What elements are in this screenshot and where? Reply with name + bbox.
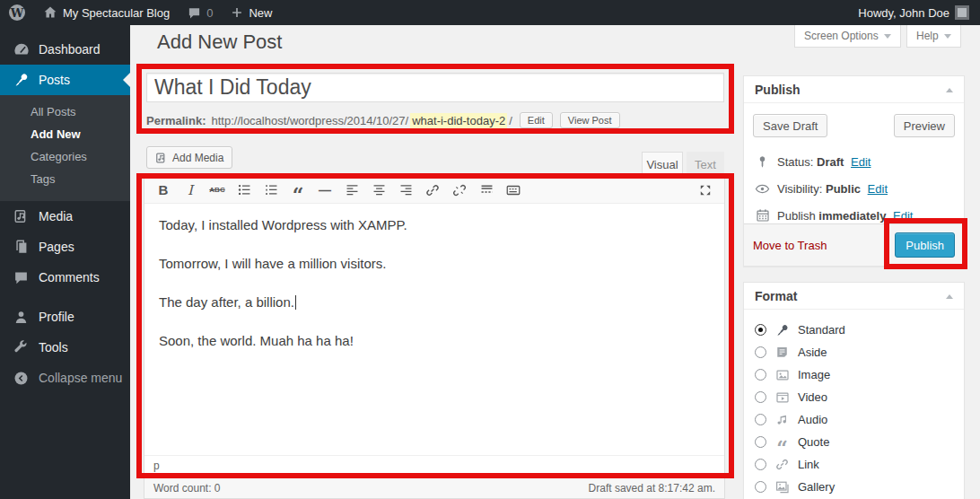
editor-paragraph: The day after, a billion. <box>159 293 710 311</box>
fullscreen-icon <box>698 183 713 197</box>
sidebar-item-media[interactable]: Media <box>0 201 130 232</box>
format-box-header[interactable]: Format <box>744 283 964 310</box>
insert-more-tag-button[interactable] <box>475 179 498 201</box>
chevron-down-icon <box>944 34 951 42</box>
horizontal-rule-button[interactable]: — <box>313 179 337 201</box>
tab-visual[interactable]: Visual <box>642 152 683 176</box>
collapse-toggle-icon[interactable] <box>946 291 953 299</box>
insert-link-button[interactable] <box>421 179 444 201</box>
publish-box-header[interactable]: Publish <box>744 76 964 103</box>
new-label: New <box>249 6 272 20</box>
comments-icon <box>13 269 30 286</box>
word-count-value: 0 <box>214 482 221 495</box>
move-to-trash-link[interactable]: Move to Trash <box>753 239 827 252</box>
format-option-audio[interactable]: Audio <box>755 408 953 431</box>
italic-button[interactable]: I <box>179 179 202 201</box>
view-post-button[interactable]: View Post <box>560 112 620 128</box>
format-option-gallery[interactable]: Gallery <box>755 476 953 498</box>
wordpress-logo-menu[interactable]: W <box>0 0 34 25</box>
bulleted-list-button[interactable] <box>232 179 256 201</box>
format-option-aside[interactable]: Aside <box>755 341 953 363</box>
editor-content-area[interactable]: Today, I installed Wordpress with XAMPP.… <box>144 204 724 455</box>
format-option-standard[interactable]: Standard <box>755 319 953 341</box>
numbered-list-button[interactable] <box>259 179 283 201</box>
sidebar-item-profile[interactable]: Profile <box>0 302 130 332</box>
media-icon <box>13 208 30 225</box>
publish-button[interactable]: Publish <box>895 232 955 258</box>
page-title: Add New Post <box>157 31 282 54</box>
radio-unselected[interactable] <box>755 346 766 358</box>
format-option-link[interactable]: Link <box>755 453 953 476</box>
sidebar-item-comments[interactable]: Comments <box>0 262 130 293</box>
radio-unselected[interactable] <box>755 414 766 425</box>
strikethrough-button[interactable]: ABC <box>206 179 229 201</box>
sidebar-item-all-posts[interactable]: All Posts <box>0 101 130 123</box>
collapse-circle-arrow-icon <box>13 370 30 387</box>
radio-selected[interactable] <box>755 324 766 336</box>
element-path-tag[interactable]: p <box>153 460 160 472</box>
align-right-button[interactable] <box>394 179 417 201</box>
format-option-image[interactable]: Image <box>755 363 953 386</box>
post-title-input[interactable] <box>146 73 724 102</box>
new-content-menu[interactable]: New <box>222 0 281 25</box>
edit-schedule-link[interactable]: Edit <box>893 209 913 223</box>
add-media-button[interactable]: Add Media <box>146 146 232 169</box>
sidebar-item-pages[interactable]: Pages <box>0 232 130 262</box>
preview-button[interactable]: Preview <box>894 114 955 137</box>
permalink-trailing-slash: / <box>509 114 512 127</box>
edit-visibility-link[interactable]: Edit <box>868 182 888 196</box>
permalink-row: Permalink: http://localhost/wordpress/20… <box>146 110 620 130</box>
edit-permalink-button[interactable]: Edit <box>520 112 553 128</box>
radio-unselected[interactable] <box>755 481 766 493</box>
quote-icon: “ <box>774 434 790 450</box>
align-left-button[interactable] <box>340 179 363 201</box>
numbered-list-icon <box>264 182 279 197</box>
save-draft-button[interactable]: Save Draft <box>753 114 827 137</box>
radio-unselected[interactable] <box>755 369 766 381</box>
blockquote-button[interactable]: “ <box>286 179 310 201</box>
format-option-quote[interactable]: “ Quote <box>755 431 953 453</box>
align-center-button[interactable] <box>367 179 390 201</box>
sidebar-item-collapse-menu[interactable]: Collapse menu <box>0 363 130 393</box>
publish-box: Publish Save Draft Preview Status: Draft… <box>743 75 965 267</box>
site-name-menu[interactable]: My Spectacular Blog <box>34 0 179 25</box>
collapse-toggle-icon[interactable] <box>946 84 953 92</box>
text-cursor <box>295 295 296 310</box>
align-left-icon <box>345 182 360 197</box>
visual-editor: B I ABC “ — <box>144 176 725 477</box>
format-option-video[interactable]: Video <box>755 386 953 408</box>
radio-unselected[interactable] <box>755 459 766 470</box>
more-tag-icon <box>479 182 494 197</box>
permalink-slug[interactable]: what-i-did-today-2 <box>410 113 507 128</box>
sidebar-item-dashboard[interactable]: Dashboard <box>0 34 130 65</box>
fullscreen-button[interactable] <box>694 179 717 201</box>
sidebar-item-tools[interactable]: Tools <box>0 332 130 363</box>
toolbar-toggle-icon <box>505 182 521 198</box>
help-button[interactable]: Help <box>906 25 961 48</box>
sidebar-item-add-new[interactable]: Add New <box>0 123 130 145</box>
editor-paragraph: Today, I installed Wordpress with XAMPP. <box>159 216 710 234</box>
sidebar-item-tags[interactable]: Tags <box>0 168 130 190</box>
help-label: Help <box>916 30 939 42</box>
site-name-label: My Spectacular Blog <box>63 6 170 20</box>
unlink-button[interactable] <box>448 179 471 201</box>
screen-options-button[interactable]: Screen Options <box>794 25 901 48</box>
dashboard-icon <box>13 41 30 58</box>
pages-icon <box>13 239 30 256</box>
edit-status-link[interactable]: Edit <box>851 155 871 169</box>
radio-unselected[interactable] <box>755 436 766 448</box>
sidebar-item-categories[interactable]: Categories <box>0 145 130 168</box>
align-right-icon <box>398 182 414 197</box>
toolbar-toggle-button[interactable] <box>502 179 525 201</box>
radio-unselected[interactable] <box>755 391 766 403</box>
bold-button[interactable]: B <box>152 179 175 201</box>
permalink-base-url: http://localhost/wordpress/2014/10/27/ <box>211 114 408 127</box>
admin-bar: W My Spectacular Blog 0 New Howdy, John … <box>0 0 980 25</box>
sidebar-item-posts[interactable]: Posts <box>0 65 130 95</box>
draft-saved-status: Draft saved at 8:17:42 am. <box>589 482 715 495</box>
tab-text[interactable]: Text <box>687 152 724 176</box>
comments-bubble-menu[interactable]: 0 <box>179 0 222 25</box>
howdy-account-menu[interactable]: Howdy, John Doe <box>849 0 971 25</box>
image-icon <box>774 367 790 382</box>
bulleted-list-icon <box>237 182 252 197</box>
